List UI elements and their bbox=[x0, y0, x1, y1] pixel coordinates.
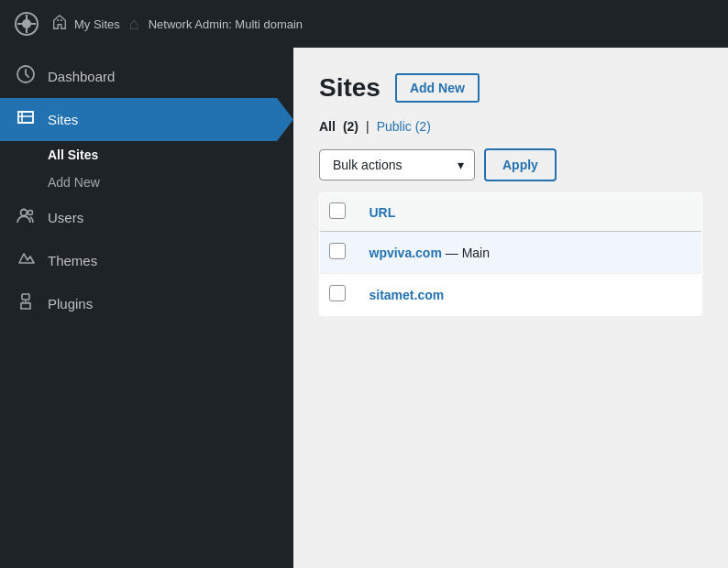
top-bar: My Sites ⌂ Network Admin: Multi domain bbox=[0, 0, 728, 48]
site-url-link[interactable]: sitamet.com bbox=[370, 288, 445, 302]
sidebar: Dashboard Sites All Sites Add New bbox=[0, 48, 293, 568]
svg-rect-7 bbox=[22, 294, 29, 300]
add-new-button[interactable]: Add New bbox=[395, 73, 480, 103]
my-sites-link[interactable]: My Sites bbox=[51, 14, 120, 35]
select-all-checkbox[interactable] bbox=[329, 202, 346, 219]
network-admin-label: Network Admin: Multi domain bbox=[149, 17, 303, 31]
page-header: Sites Add New bbox=[319, 73, 702, 103]
table-row: sitamet.com bbox=[320, 274, 702, 316]
row-url-cell: wpviva.com — Main bbox=[357, 232, 702, 274]
row-checkbox-cell bbox=[320, 232, 357, 274]
users-label: Users bbox=[48, 210, 83, 225]
filter-all-label: All bbox=[319, 119, 336, 134]
url-column-header: URL bbox=[357, 193, 702, 232]
top-bar-separator: ⌂ bbox=[129, 15, 139, 34]
dashboard-label: Dashboard bbox=[48, 69, 115, 84]
svg-point-5 bbox=[21, 210, 28, 216]
themes-icon bbox=[15, 248, 37, 273]
wp-logo-icon[interactable] bbox=[11, 8, 42, 39]
submenu-all-sites[interactable]: All Sites bbox=[48, 141, 293, 169]
sidebar-item-dashboard[interactable]: Dashboard bbox=[0, 55, 293, 98]
my-sites-label: My Sites bbox=[74, 17, 120, 31]
site-url-link[interactable]: wpviva.com bbox=[370, 246, 442, 260]
filter-public-link[interactable]: Public (2) bbox=[377, 119, 431, 134]
sidebar-item-sites[interactable]: Sites bbox=[0, 98, 293, 141]
sites-table: URL wpviva.com — Mainsitamet.com bbox=[319, 192, 702, 316]
url-header-link[interactable]: URL bbox=[370, 205, 396, 220]
page-title: Sites bbox=[319, 73, 381, 103]
main-layout: Dashboard Sites All Sites Add New bbox=[0, 48, 728, 568]
site-main-label: — Main bbox=[442, 246, 490, 260]
bulk-actions-select[interactable]: Bulk actions bbox=[319, 149, 475, 180]
plugins-label: Plugins bbox=[48, 296, 93, 311]
sidebar-item-plugins[interactable]: Plugins bbox=[0, 282, 293, 325]
submenu-add-new[interactable]: Add New bbox=[48, 169, 293, 196]
row-checkbox-cell bbox=[320, 274, 357, 316]
my-sites-icon bbox=[51, 14, 68, 35]
svg-point-6 bbox=[28, 211, 33, 215]
add-new-sidebar-label: Add New bbox=[48, 175, 100, 190]
sites-submenu: All Sites Add New bbox=[0, 141, 293, 196]
filter-separator: | bbox=[366, 119, 370, 134]
content-area: Sites Add New All (2) | Public (2) Bulk … bbox=[293, 48, 728, 568]
row-checkbox-0[interactable] bbox=[329, 243, 346, 259]
filter-all-count: (2) bbox=[343, 119, 358, 134]
dashboard-icon bbox=[15, 64, 37, 89]
toolbar: Bulk actions Apply bbox=[319, 148, 702, 181]
sidebar-item-users[interactable]: Users bbox=[0, 196, 293, 239]
apply-button[interactable]: Apply bbox=[484, 148, 557, 181]
filter-bar: All (2) | Public (2) bbox=[319, 119, 702, 134]
sites-label: Sites bbox=[48, 112, 78, 127]
users-icon bbox=[15, 205, 37, 230]
row-checkbox-1[interactable] bbox=[329, 285, 346, 301]
row-url-cell: sitamet.com bbox=[357, 274, 702, 316]
bulk-actions-wrapper: Bulk actions bbox=[319, 149, 475, 180]
header-checkbox-col bbox=[320, 193, 357, 232]
sidebar-item-themes[interactable]: Themes bbox=[0, 239, 293, 282]
plugins-icon bbox=[15, 291, 37, 316]
themes-label: Themes bbox=[48, 253, 97, 268]
all-sites-label: All Sites bbox=[48, 147, 98, 162]
table-row: wpviva.com — Main bbox=[320, 232, 702, 274]
table-header-row: URL bbox=[320, 193, 702, 232]
sites-icon bbox=[15, 107, 37, 132]
network-admin-link[interactable]: Network Admin: Multi domain bbox=[149, 17, 303, 31]
